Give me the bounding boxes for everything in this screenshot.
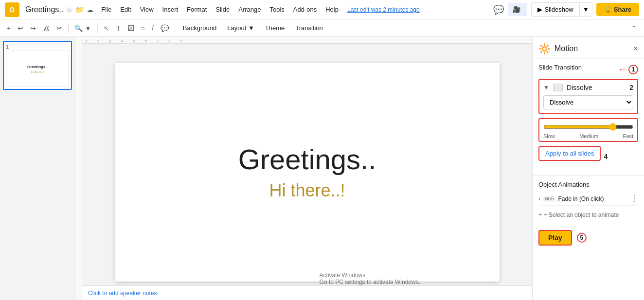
share-button[interactable]: 🔒 Share bbox=[596, 3, 639, 16]
topbar-right: 💬 🎥 ▶ Play Slideshow ▼ 🔒 Share bbox=[493, 2, 639, 17]
motion-close-button[interactable]: × bbox=[633, 44, 638, 54]
step-badge-5-label: 5 bbox=[577, 233, 587, 243]
slideshow-icon: ▶ bbox=[537, 6, 542, 13]
speaker-notes-bar: Click to add speaker notes bbox=[82, 285, 532, 300]
shapes-tool[interactable]: ○ bbox=[138, 22, 148, 34]
last-edit-link[interactable]: Last edit was 2 minutes ago bbox=[347, 6, 420, 13]
transition-icon bbox=[553, 84, 563, 91]
play-section: Play 5 bbox=[533, 225, 644, 250]
speed-slider[interactable] bbox=[543, 123, 633, 131]
star-icon[interactable]: ☆ bbox=[66, 6, 72, 14]
chevron-down-icon: ▼ bbox=[543, 84, 549, 91]
slide-number: 1 bbox=[6, 44, 69, 50]
menu-slide[interactable]: Slide bbox=[212, 4, 233, 15]
apply-box: Apply to all slides bbox=[538, 146, 601, 161]
image-tool[interactable]: 🖼 bbox=[125, 22, 137, 34]
speed-labels: Slow Medium Fast bbox=[543, 133, 633, 139]
slide-main-title[interactable]: Greetings.. bbox=[238, 143, 376, 176]
menu-format[interactable]: Format bbox=[183, 4, 211, 15]
cloud-icon[interactable]: ☁ bbox=[87, 6, 93, 14]
slide-transition-section: Slide Transition ← 1 ▼ Dissolve 2 None D… bbox=[533, 59, 644, 176]
ruler-h-content: 1 2 3 4 5 6 7 8 9 bbox=[75, 37, 532, 43]
ruler-tick: 8 bbox=[168, 39, 180, 43]
toolbar-divider-1 bbox=[68, 23, 69, 33]
ruler-tick: 1 bbox=[85, 39, 97, 43]
slide-canvas[interactable]: Greetings.. Hi there..! bbox=[115, 63, 500, 282]
menu-tools[interactable]: Tools bbox=[266, 4, 288, 15]
line-tool[interactable]: / bbox=[149, 22, 157, 34]
motion-panel-header: 🔆 Motion × bbox=[533, 37, 644, 59]
slide-transition-header-row: Slide Transition ← 1 bbox=[538, 64, 638, 75]
menu-file[interactable]: File bbox=[97, 4, 115, 15]
top-bar: G Greetings.. ☆ 📁 ☁ File Edit View Inser… bbox=[0, 0, 644, 19]
comment-button[interactable]: 💬 bbox=[493, 4, 504, 15]
speaker-notes-link[interactable]: Click to add speaker notes bbox=[88, 290, 157, 297]
lock-icon: 🔒 bbox=[604, 6, 612, 13]
speed-medium-label: Medium bbox=[579, 133, 598, 139]
apply-to-all-button[interactable]: Apply to all slides bbox=[539, 147, 600, 160]
motion-icon: 🔆 bbox=[538, 43, 551, 54]
text-box-tool[interactable]: T bbox=[113, 22, 124, 34]
menu-arrange[interactable]: Arrange bbox=[234, 4, 265, 15]
speed-control-box: Slow Medium Fast 3 bbox=[538, 118, 638, 142]
horizontal-ruler: 1 2 3 4 5 6 7 8 9 bbox=[75, 37, 532, 44]
menu-edit[interactable]: Edit bbox=[116, 4, 135, 15]
slide-thumbnail-content: Greetings.. Hi there..! bbox=[6, 51, 69, 87]
slide-transition-label: Slide Transition bbox=[538, 64, 582, 71]
menu-view[interactable]: View bbox=[136, 4, 158, 15]
folder-icon[interactable]: 📁 bbox=[75, 6, 84, 14]
layout-button[interactable]: Layout ▼ bbox=[222, 22, 259, 34]
step-badge-2-label: 2 bbox=[629, 84, 633, 91]
canvas-area[interactable]: 1 2 3 4 5 6 7 8 9 Greetings.. Hi there..… bbox=[75, 37, 532, 300]
animation-options-icon[interactable]: ⋮ bbox=[630, 194, 638, 203]
menu-help[interactable]: Help bbox=[322, 4, 342, 15]
main-area: 1 Greetings.. Hi there..! 1 2 3 4 5 6 7 … bbox=[0, 37, 644, 300]
animation-description: Fade in (On click) bbox=[558, 195, 627, 202]
transition-name-label: Dissolve bbox=[567, 84, 592, 91]
menu-insert[interactable]: Insert bbox=[159, 4, 182, 15]
toolbar-divider-3 bbox=[175, 23, 175, 33]
select-object-prompt[interactable]: + Select an object to animate bbox=[538, 210, 638, 220]
add-button[interactable]: + bbox=[4, 22, 14, 34]
plus-icon: + bbox=[543, 212, 547, 218]
background-button[interactable]: Background bbox=[178, 22, 221, 34]
meet-button[interactable]: 🎥 bbox=[508, 3, 527, 16]
object-animations-label: Object Animations bbox=[538, 181, 638, 188]
panel-toggle: ⌃ bbox=[628, 22, 640, 34]
apply-row: Apply to all slides 4 bbox=[538, 146, 638, 167]
paint-format-button[interactable]: ✂ bbox=[54, 22, 65, 34]
speed-fast-label: Fast bbox=[623, 133, 633, 139]
zoom-button[interactable]: 🔍 ▼ bbox=[72, 22, 94, 34]
ruler-tick: 4 bbox=[121, 39, 132, 43]
slideshow-button[interactable]: ▶ Play Slideshow bbox=[531, 2, 579, 17]
toolbar-divider-2 bbox=[97, 23, 98, 33]
animation-item[interactable]: › Hi th Fade in (On click) ⋮ bbox=[538, 192, 638, 206]
print-button[interactable]: 🖨 bbox=[40, 22, 53, 34]
transition-button[interactable]: Transition bbox=[290, 22, 328, 34]
ruler-tick: 7 bbox=[157, 39, 168, 43]
step-badge-4-label: 4 bbox=[604, 153, 608, 160]
toolbar: + ↩ ↪ 🖨 ✂ 🔍 ▼ ↖ T 🖼 ○ / 💬 Background Lay… bbox=[0, 19, 644, 37]
theme-button[interactable]: Theme bbox=[260, 22, 289, 34]
app-icon: G bbox=[5, 2, 19, 17]
slide-subtitle[interactable]: Hi there..! bbox=[269, 180, 345, 201]
slide-thumbnail-1[interactable]: 1 Greetings.. Hi there..! bbox=[3, 41, 72, 90]
ruler-tick: 2 bbox=[97, 39, 108, 43]
motion-panel-title: Motion bbox=[555, 44, 633, 53]
slideshow-dropdown-button[interactable]: ▼ bbox=[580, 2, 592, 17]
comment-tool[interactable]: 💬 bbox=[158, 22, 172, 34]
ruler-tick: 9 bbox=[180, 39, 192, 43]
redo-button[interactable]: ↪ bbox=[27, 22, 39, 34]
play-button[interactable]: Play bbox=[538, 230, 572, 246]
panel-collapse-button[interactable]: ⌃ bbox=[628, 22, 640, 34]
expand-icon[interactable]: › bbox=[538, 195, 540, 202]
ruler-tick: 5 bbox=[133, 39, 144, 43]
step-badge-1: 1 bbox=[628, 65, 638, 74]
vertical-ruler bbox=[75, 37, 82, 300]
arrow-annotation-1: ← bbox=[618, 64, 627, 75]
ruler-tick: 6 bbox=[144, 39, 156, 43]
undo-button[interactable]: ↩ bbox=[15, 22, 26, 34]
menu-addons[interactable]: Add-ons bbox=[289, 4, 321, 15]
select-tool[interactable]: ↖ bbox=[101, 22, 112, 34]
transition-dropdown[interactable]: None Dissolve Fade Slide from right Slid… bbox=[543, 95, 633, 109]
